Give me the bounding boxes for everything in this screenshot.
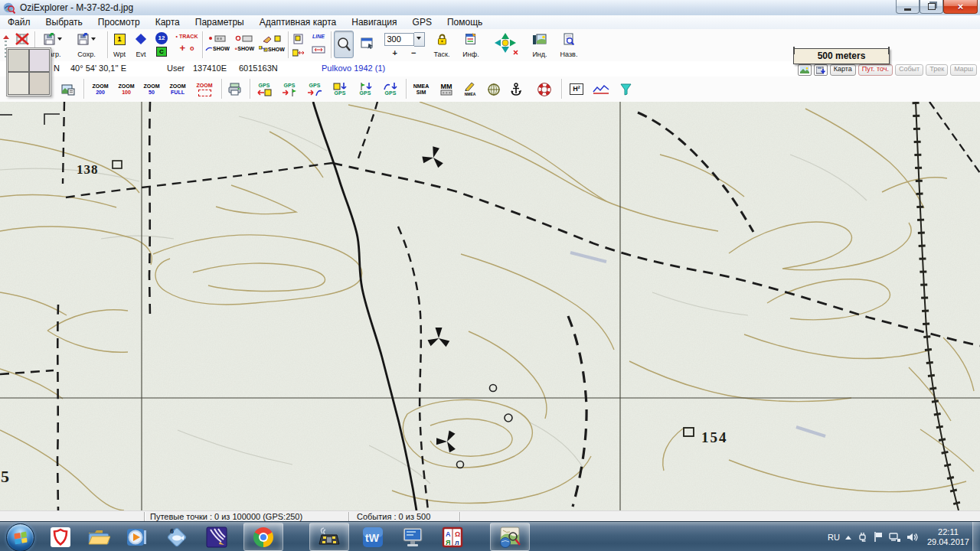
- datum-label[interactable]: Pulkovo 1942 (1): [322, 64, 385, 73]
- gps-get-waypoints-button[interactable]: GPS: [329, 79, 351, 99]
- altitude-profile-button[interactable]: [590, 79, 612, 99]
- moving-map-button[interactable]: MM: [436, 79, 457, 99]
- info-button[interactable]: Инф.: [458, 31, 484, 60]
- position-globe-button[interactable]: [484, 79, 504, 99]
- fish-diamond-icon: 6: [165, 526, 188, 549]
- layer-routes-button[interactable]: Марш: [950, 64, 977, 76]
- taskbar-purple-app-button[interactable]: [201, 523, 233, 551]
- menu-adaptive-map[interactable]: Адаптивная карта: [252, 17, 345, 28]
- gps-get-track-button[interactable]: GPS: [380, 79, 401, 99]
- menu-map[interactable]: Карта: [148, 17, 188, 28]
- save-layer-button[interactable]: [814, 64, 828, 76]
- save-button[interactable]: Сохр.: [70, 31, 103, 60]
- show-desktop-button[interactable]: [972, 522, 980, 551]
- map-image-button[interactable]: [58, 79, 78, 99]
- map-properties-button[interactable]: [358, 31, 378, 60]
- index-tile[interactable]: [30, 50, 50, 71]
- layer-tracks-button[interactable]: Трек: [926, 64, 948, 76]
- svg-text:А: А: [446, 530, 451, 538]
- arrow-flag-icon: [282, 89, 297, 96]
- action-center-flag-icon[interactable]: [874, 531, 884, 543]
- waypoint-button[interactable]: 1 Wpt: [110, 31, 129, 60]
- find-name-button[interactable]: Назв.: [556, 31, 582, 60]
- datum-grid-button[interactable]: H²: [567, 79, 586, 99]
- taskbar-remote-screen-button[interactable]: [397, 523, 429, 551]
- menu-navigation[interactable]: Навигация: [344, 17, 404, 28]
- image-layer-button[interactable]: [798, 64, 812, 76]
- nmea-simulator-button[interactable]: NMEASIM: [410, 79, 433, 99]
- nmea-log-button[interactable]: NMEA: [459, 79, 481, 99]
- language-indicator[interactable]: RU: [828, 533, 840, 542]
- taskbar-mediaplayer-button[interactable]: [121, 523, 153, 551]
- restore-button[interactable]: [920, 0, 943, 14]
- index-tile[interactable]: [8, 50, 28, 71]
- minimize-button[interactable]: [896, 0, 920, 14]
- menu-select[interactable]: Выбрать: [38, 17, 90, 28]
- drag-lock-button[interactable]: Таск.: [429, 31, 455, 60]
- zoom-rectangle-button[interactable]: ZOOM: [193, 79, 216, 99]
- gps-send-track-button[interactable]: GPS: [304, 79, 325, 99]
- clock[interactable]: 22:11 29.04.2017: [927, 527, 969, 547]
- show-track-button[interactable]: SHOW: [205, 31, 230, 60]
- pan-pad[interactable]: [488, 31, 522, 60]
- show-waypoints-button[interactable]: ∘SHOW: [232, 31, 256, 60]
- zoom-level-dropdown[interactable]: [414, 32, 425, 47]
- zoom-full-button[interactable]: ZOOMFULL: [165, 79, 190, 99]
- waypoint-list-button[interactable]: [290, 31, 307, 60]
- start-button[interactable]: [6, 523, 34, 551]
- globe-crosshair-icon: [487, 83, 501, 96]
- gps-get-events-button[interactable]: GPS: [354, 79, 376, 99]
- chrome-icon: [253, 527, 273, 547]
- taskbar-dictionary-button[interactable]: А Ω Я л: [436, 523, 469, 551]
- menu-help[interactable]: Помощь: [439, 17, 490, 28]
- index-map-button[interactable]: Инд.: [527, 31, 553, 60]
- event-button[interactable]: Evt: [132, 31, 150, 60]
- separator: [250, 79, 250, 99]
- show-waypoints-icon: [235, 32, 253, 46]
- title-bar[interactable]: OziExplorer - M-37-82-d.jpg ×: [0, 0, 980, 16]
- layer-toggle-row: Карта Пут. точ. Событ Трек Марш: [798, 64, 977, 76]
- gps-send-events-button[interactable]: GPS: [279, 79, 300, 99]
- zoom-200-button[interactable]: ZOOM200: [89, 79, 112, 99]
- taskbar-oziexplorer-button[interactable]: [490, 523, 530, 551]
- man-overboard-button[interactable]: [534, 79, 554, 99]
- map-index-window[interactable]: [6, 47, 51, 96]
- filter-button[interactable]: [616, 79, 635, 99]
- waypoint-numbers-button[interactable]: 12 C: [153, 31, 170, 60]
- zoom-100-button[interactable]: ZOOM100: [115, 79, 138, 99]
- menu-view[interactable]: Просмотр: [90, 17, 148, 28]
- menu-gps[interactable]: GPS: [405, 17, 439, 28]
- index-tile[interactable]: [8, 73, 28, 94]
- menu-file[interactable]: Файл: [0, 17, 38, 28]
- minimize-icon: [904, 8, 911, 11]
- taskbar-chrome-button[interactable]: [243, 523, 283, 551]
- show-routes-button[interactable]: SHOW: [259, 31, 285, 60]
- gps-send-waypoints-button[interactable]: GPS: [253, 79, 275, 99]
- layer-waypoints-button[interactable]: Пут. точ.: [858, 64, 893, 76]
- print-button[interactable]: [225, 79, 247, 99]
- speaker-icon[interactable]: [906, 532, 919, 543]
- index-tile[interactable]: [30, 73, 50, 94]
- tray-expand-icon[interactable]: [845, 533, 851, 540]
- zoom-50-button[interactable]: ZOOM50: [141, 79, 162, 99]
- shield-icon: [51, 527, 70, 547]
- zoom-out-button[interactable]: −: [411, 49, 416, 57]
- power-plug-icon[interactable]: [857, 531, 868, 543]
- zoom-in-button[interactable]: +: [393, 49, 397, 57]
- layer-map-button[interactable]: Карта: [830, 64, 856, 76]
- magnify-button[interactable]: [334, 31, 354, 58]
- zoom-level-input[interactable]: 300: [384, 33, 414, 46]
- network-icon[interactable]: [889, 532, 901, 543]
- line-measure-button[interactable]: LINE: [309, 31, 328, 60]
- layer-events-button[interactable]: Событ: [895, 64, 923, 76]
- taskbar-fish-app-button[interactable]: 6: [161, 523, 193, 551]
- taskbar-gps-device-button[interactable]: [309, 523, 349, 551]
- taskbar-tw-app-button[interactable]: tW: [357, 523, 389, 551]
- topo-map[interactable]: 138 154 5: [0, 102, 980, 510]
- menu-options[interactable]: Параметры: [188, 17, 252, 28]
- taskbar-antivirus-button[interactable]: [44, 523, 77, 551]
- taskbar-explorer-button[interactable]: [83, 523, 115, 551]
- track-control-button[interactable]: • TRACK + o: [173, 31, 201, 60]
- close-button[interactable]: ×: [943, 0, 978, 14]
- anchor-alarm-button[interactable]: [506, 79, 526, 99]
